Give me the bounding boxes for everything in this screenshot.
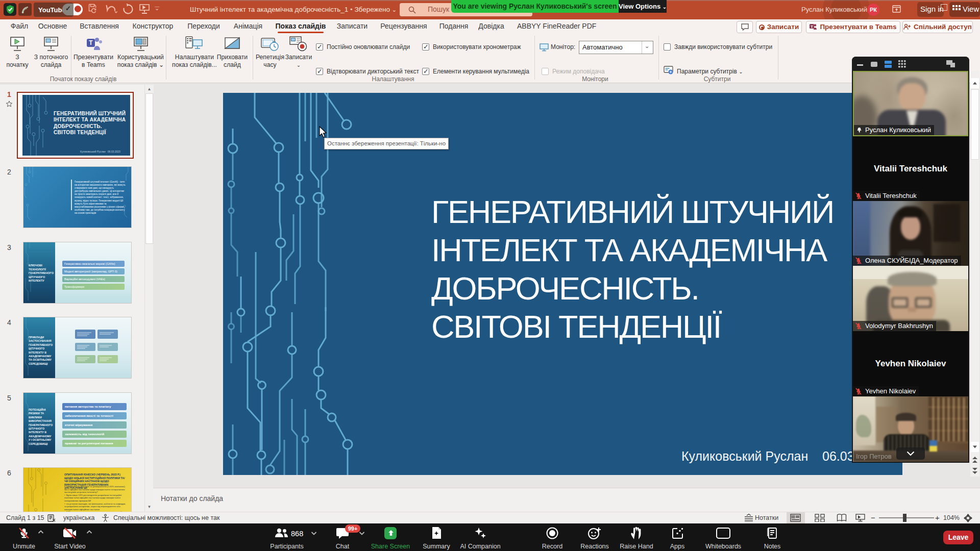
svg-text:T: T [811, 24, 813, 29]
svg-text:T: T [89, 39, 93, 46]
